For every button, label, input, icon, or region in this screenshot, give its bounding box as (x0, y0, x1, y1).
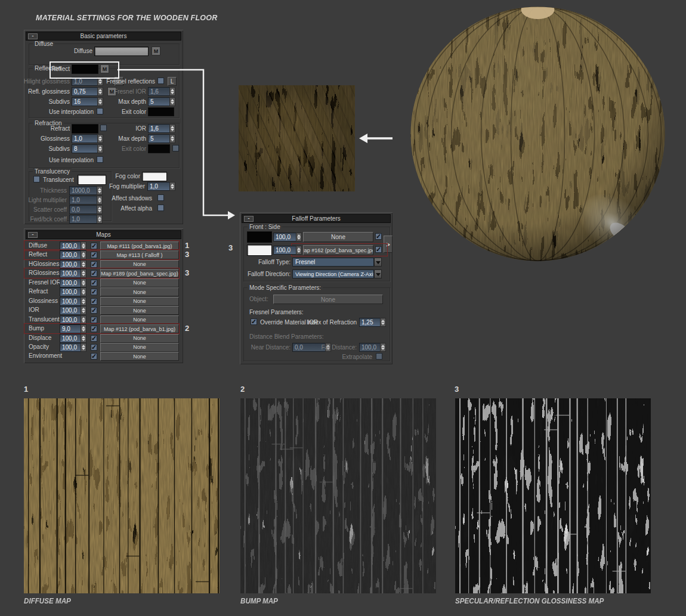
falloff-type-label: Falloff Type: (249, 259, 291, 265)
maps-row-map-button[interactable]: None (100, 334, 179, 343)
side-map-checkbox[interactable] (375, 246, 382, 253)
collapse-icon[interactable]: - (28, 232, 38, 238)
refr-subdivs-spinner[interactable] (97, 144, 103, 153)
object-none-button[interactable]: None (273, 295, 383, 304)
diffuse-map-caption: DIFFUSE MAP (24, 597, 75, 605)
index-of-refraction-field[interactable]: 1,25 (359, 318, 381, 327)
falloff-direction-label: Falloff Direction: (240, 271, 291, 277)
maps-row-checkbox[interactable] (91, 353, 97, 360)
maps-row-map-button[interactable]: Map #113 ( Falloff ) (100, 250, 179, 259)
maps-row-spinner[interactable] (81, 306, 86, 315)
far-distance-spinner[interactable] (380, 343, 386, 352)
maps-row-map-button[interactable]: Map #112 (pod_barva_b1.jpg) (100, 324, 179, 333)
refl-glossiness-spinner[interactable] (97, 87, 103, 96)
maps-row-map-button[interactable]: Map #189 (pod_barva_spec.jpg) (100, 269, 179, 278)
maps-row-map-button[interactable]: None (100, 278, 179, 287)
subdivs-spinner[interactable] (97, 97, 103, 106)
refr-glossiness-field[interactable]: 1,0 (72, 134, 98, 143)
maps-row-spinner[interactable] (81, 334, 86, 343)
subdivs-field[interactable]: 16 (72, 97, 98, 106)
maps-row-checkbox[interactable] (91, 298, 97, 305)
subdivs-label: Subdivs (40, 98, 70, 105)
maps-row-checkbox[interactable] (91, 243, 97, 249)
maps-row-checkbox[interactable] (91, 326, 97, 332)
maps-row-spinner[interactable] (81, 324, 86, 333)
maps-row-checkbox[interactable] (91, 317, 97, 323)
front-amount-field[interactable]: 100,0 (273, 233, 296, 242)
maps-row-checkbox[interactable] (91, 252, 97, 258)
map-marker-number: 1 (185, 241, 189, 250)
maps-row-amount-field[interactable]: 100,0 (60, 278, 81, 287)
maps-row-map-button[interactable]: None (100, 352, 179, 361)
override-material-ior-checkbox[interactable] (251, 318, 257, 325)
falloff-header[interactable]: - Falloff Parameters (242, 214, 391, 223)
refr-use-interpolation-checkbox[interactable] (97, 156, 103, 163)
refract-color-swatch[interactable] (72, 124, 98, 134)
front-color-swatch[interactable] (247, 231, 272, 243)
translucency-row: Scatter coeff 0,0 (24, 205, 106, 214)
maps-row-amount-field[interactable]: 100,0 (60, 287, 81, 296)
front-map-button[interactable]: None (303, 232, 373, 242)
maps-row-checkbox[interactable] (91, 261, 97, 268)
maps-row-amount-field[interactable]: 100,0 (60, 306, 81, 315)
sphere-to-preview-arrow (359, 132, 394, 144)
maps-row-spinner[interactable] (81, 297, 86, 306)
maps-row-amount-field[interactable]: 100,0 (60, 250, 81, 259)
maps-row-map-button[interactable]: None (100, 287, 179, 296)
translucency-row-field[interactable]: 1000,0 (69, 186, 97, 195)
maps-row-checkbox[interactable] (91, 344, 97, 351)
translucency-row-spinner[interactable] (97, 205, 103, 214)
maps-row-spinner[interactable] (81, 278, 86, 287)
falloff-direction-dropdown[interactable]: Viewing Direction (Camera Z-Axis) (292, 270, 374, 278)
maps-row-checkbox[interactable] (91, 307, 97, 314)
maps-row-checkbox[interactable] (91, 280, 97, 286)
maps-row-spinner[interactable] (81, 269, 86, 278)
maps-row-spinner[interactable] (81, 287, 86, 296)
falloff-direction-dropdown-arrow[interactable] (374, 270, 382, 278)
maps-row-amount-field[interactable]: 100,0 (60, 343, 81, 352)
maps-row-map-button[interactable]: None (100, 297, 179, 306)
maps-row-checkbox[interactable] (91, 335, 97, 342)
translucency-row-field[interactable]: 1,0 (69, 196, 97, 205)
maps-row-checkbox[interactable] (91, 289, 97, 295)
side-color-swatch[interactable] (247, 244, 272, 256)
refl-glossiness-field[interactable]: 0,75 (72, 87, 98, 96)
translucency-row-spinner[interactable] (97, 196, 103, 205)
translucency-row-field[interactable]: 0,0 (69, 205, 97, 214)
maps-row-amount-field[interactable]: 100,0 (60, 297, 81, 306)
side-amount-spinner[interactable] (296, 246, 302, 255)
refract-m-slot[interactable] (100, 125, 107, 131)
maps-header[interactable]: - Maps (26, 230, 181, 239)
translucency-row-spinner[interactable] (97, 215, 103, 224)
maps-row-map-button[interactable]: None (100, 306, 179, 315)
falloff-type-dropdown[interactable]: Fresnel (292, 258, 374, 267)
diffuse-map-m-button[interactable]: M (152, 47, 160, 55)
far-distance-label: Far Distance: (315, 344, 357, 351)
refr-subdivs-field[interactable]: 8 (72, 144, 98, 153)
extrapolate-checkbox[interactable] (376, 353, 382, 360)
side-amount-field[interactable]: 100,0 (273, 246, 296, 255)
use-interpolation-checkbox[interactable] (97, 108, 103, 114)
diffuse-color-swatch[interactable] (94, 47, 149, 56)
translucent-checkbox[interactable] (33, 176, 40, 182)
front-map-checkbox[interactable] (375, 233, 382, 240)
falloff-parameters-rollout: - Falloff Parameters Front : Side 100,0 … (240, 212, 393, 364)
collapse-icon[interactable]: - (28, 33, 38, 39)
maps-row-checkbox[interactable] (91, 270, 97, 277)
far-distance-field[interactable]: 100,0 (359, 343, 381, 352)
maps-row-map-button[interactable]: None (100, 343, 179, 352)
maps-row-amount-field[interactable]: 9,0 (60, 324, 81, 333)
side-map-button[interactable]: Map #162 (pod_barva_spec.jpg) (303, 245, 373, 255)
index-of-refraction-spinner[interactable] (380, 318, 386, 327)
maps-row-amount-field[interactable]: 100,0 (60, 269, 81, 278)
refr-glossiness-spinner[interactable] (97, 134, 103, 143)
front-amount-spinner[interactable] (296, 233, 302, 242)
falloff-type-dropdown-arrow[interactable] (374, 258, 382, 267)
translucency-row-field[interactable]: 1,0 (69, 215, 97, 224)
maps-row-spinner[interactable] (81, 343, 86, 352)
maps-row-amount-field[interactable]: 100,0 (60, 334, 81, 343)
maps-row: Displace 100,0 None (24, 334, 183, 343)
basic-parameters-header[interactable]: - Basic parameters (26, 32, 181, 41)
maps-row-spinner[interactable] (81, 250, 86, 259)
collapse-icon[interactable]: - (244, 216, 254, 222)
